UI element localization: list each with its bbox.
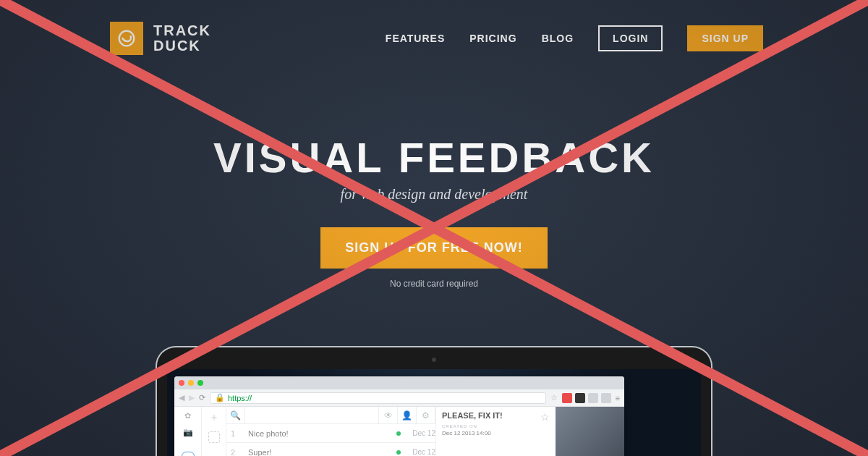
nav-pricing[interactable]: PRICING <box>469 33 516 44</box>
row-index: 1 <box>231 429 239 438</box>
app-sidebar: ✿ 📷 <box>174 407 202 456</box>
brand-line1: TRACK <box>153 23 211 38</box>
star-icon[interactable]: ☆ <box>540 411 550 423</box>
browser-extensions <box>562 393 611 403</box>
comment-list: 🔍 👁 👤 ⚙ 1 Nice photo! <box>226 407 436 456</box>
status-dot-icon <box>396 450 401 455</box>
gear-icon[interactable]: ⚙ <box>417 407 435 423</box>
extension-icon[interactable] <box>562 393 572 403</box>
reload-icon[interactable]: ⟳ <box>199 393 205 402</box>
laptop-camera-icon <box>432 358 436 362</box>
laptop-mockup: ◀ ▶ ⟳ 🔒 https:// ☆ ≡ <box>156 346 712 456</box>
login-button[interactable]: LOGIN <box>598 25 663 51</box>
nav-features[interactable]: FEATURES <box>386 33 445 44</box>
search-icon[interactable]: 🔍 <box>226 407 245 423</box>
thumb-placeholder-icon <box>208 431 220 443</box>
hero-headline: VISUAL FEEDBACK <box>0 133 868 182</box>
preview-image <box>556 407 624 456</box>
list-toolbar: 🔍 👁 👤 ⚙ <box>226 407 435 424</box>
site-header: TRACK DUCK FEATURES PRICING BLOG LOGIN S… <box>0 0 868 55</box>
detail-title: PLEASE, FIX IT! <box>442 411 550 420</box>
extension-icon[interactable] <box>588 393 598 403</box>
row-date: Dec 12 <box>412 429 435 437</box>
status-dot-icon <box>396 431 401 436</box>
hero-subline: for web design and development <box>0 186 868 203</box>
window-zoom-icon[interactable] <box>197 380 203 386</box>
logo-icon <box>110 22 143 55</box>
browser-window: ◀ ▶ ⟳ 🔒 https:// ☆ ≡ <box>174 376 624 456</box>
window-close-icon[interactable] <box>179 380 184 386</box>
window-minimize-icon[interactable] <box>188 380 194 386</box>
brand-name: TRACK DUCK <box>153 23 211 54</box>
user-icon[interactable]: 👤 <box>398 407 417 423</box>
menu-icon[interactable]: ≡ <box>616 394 620 402</box>
row-text: Super! <box>248 448 388 457</box>
url-text: https:// <box>228 394 252 402</box>
row-index: 2 <box>231 448 239 457</box>
forward-icon[interactable]: ▶ <box>189 393 195 402</box>
browser-toolbar: ◀ ▶ ⟳ 🔒 https:// ☆ ≡ <box>174 389 624 407</box>
list-item[interactable]: 1 Nice photo! Dec 12 <box>226 424 435 443</box>
app-panel: ✿ 📷 ＋ 🔍 👁 <box>174 407 624 456</box>
cta-note: No credit card required <box>0 279 868 289</box>
hero-section: VISUAL FEEDBACK for web design and devel… <box>0 133 868 289</box>
eye-icon[interactable]: 👁 <box>379 407 398 423</box>
detail-created-value: Dec 12 2013 14:00 <box>442 430 550 436</box>
browser-titlebar <box>174 376 624 389</box>
row-text: Nice photo! <box>248 429 388 438</box>
extension-icon[interactable] <box>601 393 611 403</box>
signup-button[interactable]: SIGN UP <box>687 25 763 51</box>
detail-created-label: CREATED ON <box>442 424 550 428</box>
cloud-upload-icon[interactable] <box>182 452 195 456</box>
svg-point-0 <box>119 31 135 46</box>
camera-icon[interactable]: 📷 <box>183 428 193 437</box>
lock-icon: 🔒 <box>215 393 225 402</box>
list-item[interactable]: 2 Super! Dec 12 <box>226 443 435 456</box>
globe-icon[interactable]: ✿ <box>184 411 191 421</box>
brand[interactable]: TRACK DUCK <box>110 22 211 55</box>
row-date: Dec 12 <box>412 448 435 456</box>
bookmark-icon[interactable]: ☆ <box>550 393 558 402</box>
back-icon[interactable]: ◀ <box>179 393 184 402</box>
plus-icon[interactable]: ＋ <box>209 411 219 424</box>
url-input[interactable]: 🔒 https:// <box>210 392 546 404</box>
app-sidebar-secondary: ＋ <box>202 407 226 456</box>
cta-button[interactable]: SIGN UP FOR FREE NOW! <box>320 227 548 269</box>
detail-panel: ☆ PLEASE, FIX IT! CREATED ON Dec 12 2013… <box>436 407 556 456</box>
main-nav: FEATURES PRICING BLOG LOGIN SIGN UP <box>386 25 763 51</box>
brand-line2: DUCK <box>153 38 211 54</box>
extension-icon[interactable] <box>575 393 585 403</box>
nav-blog[interactable]: BLOG <box>542 33 574 44</box>
